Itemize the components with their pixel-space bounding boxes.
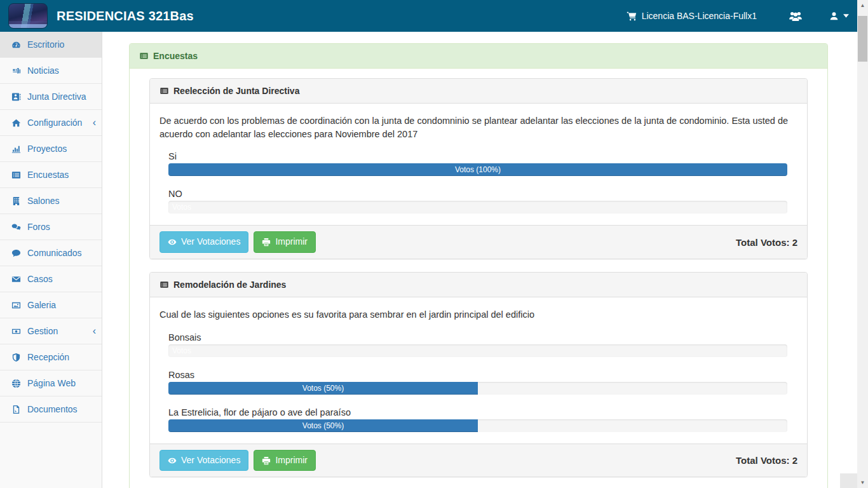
list-icon bbox=[159, 86, 169, 95]
globe-icon bbox=[11, 379, 22, 388]
sidebar-item-label: Noticias bbox=[27, 65, 59, 76]
sidebar-item-foros[interactable]: Foros bbox=[0, 214, 102, 240]
sidebar-item-label: Galeria bbox=[27, 300, 56, 310]
option-label: Si bbox=[168, 151, 787, 161]
users-nav-button[interactable] bbox=[789, 11, 803, 22]
cart-icon bbox=[626, 11, 637, 21]
eye-icon bbox=[168, 238, 177, 247]
comments-icon bbox=[11, 222, 22, 232]
comment-icon bbox=[11, 248, 22, 258]
sidebar-item-encuestas[interactable]: Encuestas bbox=[0, 162, 102, 188]
list-icon bbox=[139, 51, 149, 60]
total-votes: Total Votos: 2 bbox=[736, 237, 797, 248]
vote-progress-bar: Votos (50%) Votos (50%) bbox=[168, 382, 787, 395]
survey-question: De acuerdo con los problemas de coordina… bbox=[159, 114, 797, 140]
dashboard-icon bbox=[11, 40, 22, 50]
chevron-left-icon: ‹ bbox=[93, 119, 96, 126]
bar-chart-icon bbox=[11, 144, 22, 154]
sidebar-item-label: Escritorio bbox=[27, 39, 64, 50]
print-label: Imprimir bbox=[275, 236, 308, 248]
scroll-up-arrow[interactable]: ▲ bbox=[857, 0, 868, 11]
survey-card: Remodelación de Jardines Cual de las sig… bbox=[149, 272, 808, 477]
survey-option: Rosas Votos (50%) Votos (50%) bbox=[168, 370, 787, 395]
survey-option: Si Votos (100%) Votos (100%) bbox=[168, 151, 787, 176]
list-icon bbox=[159, 280, 169, 289]
user-icon bbox=[829, 11, 839, 21]
print-button[interactable]: Imprimir bbox=[254, 231, 316, 253]
survey-title-bar: Remodelación de Jardines bbox=[150, 273, 807, 297]
chevron-left-icon: ‹ bbox=[93, 327, 96, 335]
pdf-file-icon bbox=[11, 405, 22, 414]
scroll-corner bbox=[840, 473, 857, 488]
survey-question: Cual de las siguientes opciones es su fa… bbox=[159, 308, 797, 322]
sidebar-item-configuracion[interactable]: Configuración ‹ bbox=[0, 110, 102, 136]
sidebar-item-salones[interactable]: Salones bbox=[0, 188, 102, 214]
vote-progress-bar: Votos (100%) Votos (100%) bbox=[168, 163, 787, 176]
sidebar-item-label: Recepción bbox=[27, 352, 69, 362]
sidebar-item-noticias[interactable]: Noticias bbox=[0, 58, 102, 84]
caret-down-icon bbox=[843, 14, 849, 18]
sidebar-item-galeria[interactable]: Galeria bbox=[0, 292, 102, 318]
view-votes-button[interactable]: Ver Votaciones bbox=[159, 231, 248, 253]
sidebar-item-pagina-web[interactable]: Página Web bbox=[0, 370, 102, 396]
sidebar-item-label: Comunicados bbox=[27, 248, 82, 258]
license-nav-item[interactable]: Licencia BAS-Licencia-Fullx1 bbox=[626, 11, 757, 21]
sidebar-item-label: Casos bbox=[27, 274, 53, 284]
total-votes: Total Votos: 2 bbox=[736, 455, 797, 466]
option-label: Bonsais bbox=[168, 332, 787, 342]
survey-title: Remodelación de Jardines bbox=[173, 280, 286, 290]
progress-fill: Votos (100%) bbox=[168, 163, 787, 176]
page-title-bar: Encuestas bbox=[130, 44, 827, 69]
brand[interactable]: RESIDENCIAS 321Bas bbox=[0, 3, 194, 29]
top-navbar: RESIDENCIAS 321Bas Licencia BAS-Licencia… bbox=[0, 0, 868, 32]
sidebar-item-casos[interactable]: Casos bbox=[0, 266, 102, 292]
navbar-right: Licencia BAS-Licencia-Fullx1 bbox=[626, 11, 868, 22]
progress-fill: Votos (50%) bbox=[168, 382, 478, 395]
vote-progress-bar: Votos (50%) Votos (50%) bbox=[168, 419, 787, 432]
vertical-scrollbar[interactable]: ▲ ▼ bbox=[857, 0, 868, 488]
sidebar-item-label: Configuración bbox=[27, 118, 82, 128]
printer-icon bbox=[262, 456, 271, 465]
money-icon bbox=[11, 327, 22, 336]
scrollbar-thumb[interactable] bbox=[858, 16, 867, 62]
brand-logo-image bbox=[8, 3, 48, 29]
survey-body: De acuerdo con los problemas de coordina… bbox=[150, 104, 807, 225]
survey-title-bar: Reelección de Junta Directiva bbox=[150, 79, 807, 104]
envelope-icon bbox=[11, 274, 22, 284]
sidebar-item-gestion[interactable]: Gestion ‹ bbox=[0, 318, 102, 344]
eye-icon bbox=[168, 456, 177, 465]
survey-footer: Ver Votaciones Imprimir Total Votos: 2 bbox=[150, 444, 807, 477]
survey-options: Si Votos (100%) Votos (100%) NO Votos Vo… bbox=[168, 151, 787, 214]
progress-fill: Votos (50%) bbox=[168, 419, 478, 432]
id-card-icon bbox=[11, 92, 22, 102]
print-button[interactable]: Imprimir bbox=[254, 450, 316, 471]
sidebar-item-label: Salones bbox=[27, 196, 60, 206]
vote-progress-bar: Votos Votos bbox=[168, 344, 787, 357]
sidebar-item-proyectos[interactable]: Proyectos bbox=[0, 136, 102, 162]
view-votes-button[interactable]: Ver Votaciones bbox=[159, 450, 248, 471]
main-content: Encuestas Reelección de Junta Directiva … bbox=[102, 32, 857, 488]
survey-option: NO Votos Votos bbox=[168, 189, 787, 214]
user-menu-dropdown[interactable] bbox=[829, 11, 849, 21]
view-votes-label: Ver Votaciones bbox=[181, 454, 240, 467]
sidebar-item-comunicados[interactable]: Comunicados bbox=[0, 240, 102, 266]
survey-card: Reelección de Junta Directiva De acuerdo… bbox=[149, 78, 808, 259]
sidebar-item-label: Proyectos bbox=[27, 144, 67, 154]
printer-icon bbox=[262, 238, 271, 247]
image-icon bbox=[11, 301, 22, 310]
survey-footer: Ver Votaciones Imprimir Total Votos: 2 bbox=[150, 225, 807, 259]
encuestas-panel: Encuestas Reelección de Junta Directiva … bbox=[129, 43, 828, 488]
sidebar-item-recepcion[interactable]: Recepción bbox=[0, 344, 102, 370]
sidebar-item-label: Página Web bbox=[27, 378, 76, 388]
survey-title: Reelección de Junta Directiva bbox=[173, 86, 299, 96]
vote-progress-bar: Votos Votos bbox=[168, 201, 787, 214]
scroll-down-arrow[interactable]: ▼ bbox=[857, 477, 868, 488]
sidebar-item-junta-directiva[interactable]: Junta Directiva bbox=[0, 84, 102, 110]
survey-option: La Estrelicia, flor de pájaro o ave del … bbox=[168, 407, 787, 432]
sidebar-item-documentos[interactable]: Documentos bbox=[0, 396, 102, 423]
option-label: NO bbox=[168, 189, 787, 199]
sidebar-item-escritorio[interactable]: Escritorio bbox=[0, 32, 102, 58]
survey-body: Cual de las siguientes opciones es su fa… bbox=[150, 297, 807, 444]
home-icon bbox=[11, 118, 22, 128]
option-label: Rosas bbox=[168, 370, 787, 380]
